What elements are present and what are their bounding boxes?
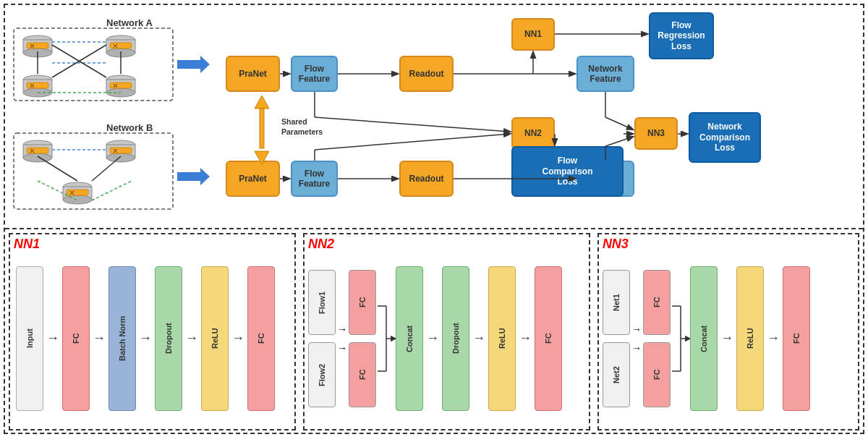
nn3-mid-arrows: → → [631,323,642,354]
bottom-section: NN1 Input → FC → Batch Norm → Dropout → … [5,229,863,434]
nn1-arrow-3: → [139,331,152,346]
svg-rect-59 [260,109,264,148]
svg-line-53 [38,156,77,181]
nn3-inputs: Net1 Net2 [603,270,630,407]
nn3-fc2-block: FC [643,342,671,407]
nn2-mid-arrows: → → [337,323,347,354]
readout-2-box: Readout [399,161,454,197]
nn1-relu-block: ReLU [201,266,229,411]
svg-marker-32 [177,56,210,73]
svg-marker-60 [255,151,269,164]
nn2-fc1-block: FC [349,270,376,335]
nn2-panel: NN2 Flow1 Flow2 → → FC FC [303,233,590,430]
nn1-label: NN1 [14,237,40,252]
nn2-box: NN2 [511,117,555,150]
network-diagrams: Network A [5,5,222,228]
nn2-relu-block: ReLU [488,266,516,411]
svg-rect-49 [67,190,88,195]
pranet-2-box: PraNet [226,161,280,197]
flow-feature-1-box: Flow Feature [291,56,338,92]
nn3-panel: NN3 Net1 Net2 → → FC FC [597,233,859,430]
nn3-merge [672,266,686,411]
nn2-flow1-block: Flow1 [308,270,336,335]
nn1-arrow-1: → [46,331,59,346]
network-comparison-loss-box: Network Comparison Loss [689,112,761,163]
svg-line-76 [605,117,633,130]
svg-line-54 [92,156,121,181]
nn3-fc-blocks: FC FC [643,270,671,407]
nn2-flow2-block: Flow2 [308,342,336,407]
nn1-arrow-2: → [93,331,106,346]
svg-rect-22 [110,82,132,88]
nn1-arrow-5: → [231,331,244,346]
svg-rect-43 [110,148,132,153]
nn1-dropout-block: Dropout [155,266,182,411]
nn3-arrow-1: → [720,331,733,346]
nn2-inputs: Flow1 Flow2 [308,270,336,407]
top-section: Network A [5,5,863,229]
main-container: Network A [4,4,864,434]
svg-rect-10 [110,43,132,48]
svg-rect-37 [27,148,48,153]
svg-marker-57 [177,168,210,185]
shared-params-area: SharedParameters [244,96,280,164]
nn2-arrow-3: → [519,331,532,346]
nn3-arrow-2: → [767,331,780,346]
network-feature-1-box: Network Feature [576,56,634,92]
pranet-1-box: PraNet [226,56,280,92]
network-b: Network B [12,121,208,215]
nn3-box: NN3 [634,117,678,150]
svg-point-42 [106,153,135,162]
nn1-input-block: Input [16,266,43,411]
network-b-arrow [177,168,210,185]
svg-line-70 [315,117,510,132]
flow-feature-2-box: Flow Feature [291,161,338,197]
nn2-fc-blocks: FC FC [349,270,376,407]
nn2-arrow-1: → [426,331,439,346]
nn2-label: NN2 [308,237,334,252]
svg-line-78 [605,137,633,146]
svg-point-48 [63,195,92,204]
network-a-arrow [177,56,210,73]
nn1-fc2-block: FC [247,266,275,411]
readout-1-box: Readout [399,56,454,92]
network-a: Network A [12,16,208,103]
nn2-dropout-block: Dropout [442,266,469,411]
nn1-fc1-block: FC [62,266,90,411]
nn3-label: NN3 [603,237,629,252]
nn3-relu-block: ReLU [736,266,764,411]
svg-line-56 [92,181,132,200]
svg-rect-4 [27,43,48,48]
nn3-net1-block: Net1 [603,270,630,335]
nn2-concat-block: Concat [396,266,423,411]
nn2-fc3-block: FC [535,266,562,411]
nn1-arrow-4: → [185,331,198,346]
nn3-fc3-block: FC [783,266,810,411]
flow-comparison-loss-box: Flow Comparison Loss [511,146,624,197]
flow-diagram: PraNet PraNet SharedParameters Flow Feat… [222,5,863,228]
shared-params-label: SharedParameters [281,117,325,137]
nn3-fc1-block: FC [643,270,671,335]
nn1-box: NN1 [511,18,555,51]
svg-marker-58 [255,96,269,109]
nn2-arrow-2: → [472,331,485,346]
svg-line-72 [315,134,510,150]
svg-rect-16 [27,82,48,88]
nn1-panel: NN1 Input → FC → Batch Norm → Dropout → … [9,233,296,430]
nn1-batchnorm-block: Batch Norm [109,266,136,411]
nn2-fc2-block: FC [349,342,376,407]
nn3-concat-block: Concat [690,266,718,411]
nn3-net2-block: Net2 [603,342,630,407]
flow-regression-loss-box: Flow Regression Loss [649,12,714,59]
svg-point-36 [23,153,52,162]
nn2-merge [378,266,392,411]
